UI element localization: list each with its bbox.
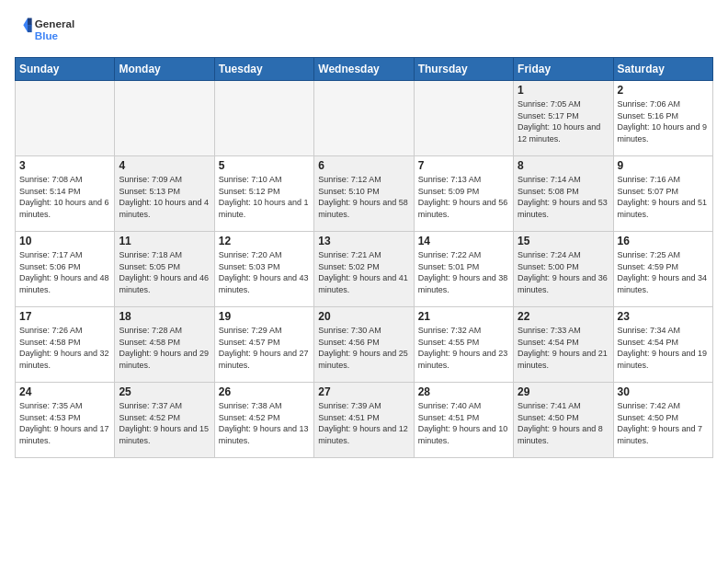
day-number: 11 xyxy=(119,235,210,247)
calendar-day-cell xyxy=(214,81,313,156)
svg-text:General: General xyxy=(35,17,74,29)
day-number: 6 xyxy=(318,159,409,172)
day-number: 25 xyxy=(119,385,210,398)
day-info: Sunrise: 7:29 AM Sunset: 4:57 PM Dayligh… xyxy=(219,325,310,371)
day-number: 14 xyxy=(418,235,509,247)
calendar-week-row: 10Sunrise: 7:17 AM Sunset: 5:06 PM Dayli… xyxy=(16,232,713,307)
calendar-day-cell: 3Sunrise: 7:08 AM Sunset: 5:14 PM Daylig… xyxy=(16,156,115,232)
day-info: Sunrise: 7:09 AM Sunset: 5:13 PM Dayligh… xyxy=(119,174,210,220)
page-container: General Blue SundayMondayTuesdayWednesda… xyxy=(0,0,728,465)
day-number: 10 xyxy=(19,235,110,247)
day-number: 13 xyxy=(318,235,409,247)
calendar-day-cell: 14Sunrise: 7:22 AM Sunset: 5:01 PM Dayli… xyxy=(414,232,513,307)
calendar-day-cell: 25Sunrise: 7:37 AM Sunset: 4:52 PM Dayli… xyxy=(115,383,214,458)
calendar-day-cell xyxy=(414,81,513,156)
day-info: Sunrise: 7:16 AM Sunset: 5:07 PM Dayligh… xyxy=(618,174,709,220)
day-info: Sunrise: 7:25 AM Sunset: 4:59 PM Dayligh… xyxy=(618,249,709,295)
day-number: 24 xyxy=(19,385,110,398)
day-number: 23 xyxy=(618,310,709,323)
calendar-day-cell: 11Sunrise: 7:18 AM Sunset: 5:05 PM Dayli… xyxy=(115,232,214,307)
day-info: Sunrise: 7:37 AM Sunset: 4:52 PM Dayligh… xyxy=(119,400,210,446)
calendar-day-cell: 4Sunrise: 7:09 AM Sunset: 5:13 PM Daylig… xyxy=(115,156,214,232)
day-number: 17 xyxy=(19,310,110,323)
calendar-day-cell: 9Sunrise: 7:16 AM Sunset: 5:07 PM Daylig… xyxy=(613,156,712,232)
calendar-day-cell: 7Sunrise: 7:13 AM Sunset: 5:09 PM Daylig… xyxy=(414,156,513,232)
day-info: Sunrise: 7:30 AM Sunset: 4:56 PM Dayligh… xyxy=(318,325,409,371)
day-number: 29 xyxy=(518,385,609,398)
day-info: Sunrise: 7:35 AM Sunset: 4:53 PM Dayligh… xyxy=(19,400,110,446)
svg-marker-3 xyxy=(28,18,32,26)
day-info: Sunrise: 7:22 AM Sunset: 5:01 PM Dayligh… xyxy=(418,249,509,295)
day-number: 22 xyxy=(518,310,609,323)
day-number: 1 xyxy=(518,84,609,97)
day-number: 4 xyxy=(119,159,210,172)
weekday-header: Saturday xyxy=(613,58,712,81)
calendar-day-cell: 6Sunrise: 7:12 AM Sunset: 5:10 PM Daylig… xyxy=(314,156,414,232)
calendar-day-cell: 30Sunrise: 7:42 AM Sunset: 4:50 PM Dayli… xyxy=(613,383,712,458)
svg-marker-4 xyxy=(28,25,32,32)
calendar-day-cell xyxy=(115,81,214,156)
day-number: 19 xyxy=(219,310,310,323)
weekday-header: Monday xyxy=(115,58,214,81)
day-number: 26 xyxy=(219,385,310,398)
header: General Blue xyxy=(15,11,713,48)
calendar-day-cell: 10Sunrise: 7:17 AM Sunset: 5:06 PM Dayli… xyxy=(16,232,115,307)
weekday-header: Friday xyxy=(514,58,613,81)
day-number: 5 xyxy=(219,159,310,172)
day-number: 21 xyxy=(418,310,509,323)
day-number: 15 xyxy=(518,235,609,247)
calendar-day-cell: 28Sunrise: 7:40 AM Sunset: 4:51 PM Dayli… xyxy=(414,383,513,458)
calendar-day-cell: 26Sunrise: 7:38 AM Sunset: 4:52 PM Dayli… xyxy=(214,383,313,458)
day-info: Sunrise: 7:41 AM Sunset: 4:50 PM Dayligh… xyxy=(518,400,609,446)
day-info: Sunrise: 7:13 AM Sunset: 5:09 PM Dayligh… xyxy=(418,174,509,220)
calendar-day-cell: 27Sunrise: 7:39 AM Sunset: 4:51 PM Dayli… xyxy=(314,383,414,458)
calendar-week-row: 3Sunrise: 7:08 AM Sunset: 5:14 PM Daylig… xyxy=(16,156,713,232)
weekday-header: Thursday xyxy=(414,58,513,81)
day-info: Sunrise: 7:26 AM Sunset: 4:58 PM Dayligh… xyxy=(19,325,110,371)
calendar-day-cell: 29Sunrise: 7:41 AM Sunset: 4:50 PM Dayli… xyxy=(514,383,613,458)
day-number: 28 xyxy=(418,385,509,398)
day-number: 8 xyxy=(518,159,609,172)
day-info: Sunrise: 7:08 AM Sunset: 5:14 PM Dayligh… xyxy=(19,174,110,220)
calendar-week-row: 24Sunrise: 7:35 AM Sunset: 4:53 PM Dayli… xyxy=(16,383,713,458)
day-info: Sunrise: 7:39 AM Sunset: 4:51 PM Dayligh… xyxy=(318,400,409,446)
calendar-week-row: 17Sunrise: 7:26 AM Sunset: 4:58 PM Dayli… xyxy=(16,307,713,383)
calendar-day-cell xyxy=(314,81,414,156)
day-info: Sunrise: 7:20 AM Sunset: 5:03 PM Dayligh… xyxy=(219,249,310,295)
calendar-day-cell: 23Sunrise: 7:34 AM Sunset: 4:54 PM Dayli… xyxy=(613,307,712,383)
calendar-header-row: SundayMondayTuesdayWednesdayThursdayFrid… xyxy=(16,58,713,81)
calendar-day-cell: 24Sunrise: 7:35 AM Sunset: 4:53 PM Dayli… xyxy=(16,383,115,458)
calendar-day-cell: 17Sunrise: 7:26 AM Sunset: 4:58 PM Dayli… xyxy=(16,307,115,383)
day-info: Sunrise: 7:24 AM Sunset: 5:00 PM Dayligh… xyxy=(518,249,609,295)
calendar-day-cell: 8Sunrise: 7:14 AM Sunset: 5:08 PM Daylig… xyxy=(514,156,613,232)
calendar-day-cell: 5Sunrise: 7:10 AM Sunset: 5:12 PM Daylig… xyxy=(214,156,313,232)
day-info: Sunrise: 7:05 AM Sunset: 5:17 PM Dayligh… xyxy=(518,98,609,144)
day-info: Sunrise: 7:42 AM Sunset: 4:50 PM Dayligh… xyxy=(618,400,709,446)
day-number: 7 xyxy=(418,159,509,172)
calendar-day-cell: 20Sunrise: 7:30 AM Sunset: 4:56 PM Dayli… xyxy=(314,307,414,383)
svg-text:Blue: Blue xyxy=(35,29,59,41)
day-info: Sunrise: 7:06 AM Sunset: 5:16 PM Dayligh… xyxy=(618,98,709,144)
calendar-day-cell: 18Sunrise: 7:28 AM Sunset: 4:58 PM Dayli… xyxy=(115,307,214,383)
logo: General Blue xyxy=(15,11,79,48)
day-number: 18 xyxy=(119,310,210,323)
day-info: Sunrise: 7:21 AM Sunset: 5:02 PM Dayligh… xyxy=(318,249,409,295)
calendar-day-cell: 15Sunrise: 7:24 AM Sunset: 5:00 PM Dayli… xyxy=(514,232,613,307)
weekday-header: Tuesday xyxy=(214,58,313,81)
day-info: Sunrise: 7:34 AM Sunset: 4:54 PM Dayligh… xyxy=(618,325,709,371)
day-number: 3 xyxy=(19,159,110,172)
day-number: 16 xyxy=(618,235,709,247)
day-info: Sunrise: 7:17 AM Sunset: 5:06 PM Dayligh… xyxy=(19,249,110,295)
calendar-day-cell: 19Sunrise: 7:29 AM Sunset: 4:57 PM Dayli… xyxy=(214,307,313,383)
day-number: 27 xyxy=(318,385,409,398)
day-info: Sunrise: 7:18 AM Sunset: 5:05 PM Dayligh… xyxy=(119,249,210,295)
day-info: Sunrise: 7:32 AM Sunset: 4:55 PM Dayligh… xyxy=(418,325,509,371)
calendar-day-cell: 1Sunrise: 7:05 AM Sunset: 5:17 PM Daylig… xyxy=(514,81,613,156)
calendar-day-cell: 12Sunrise: 7:20 AM Sunset: 5:03 PM Dayli… xyxy=(214,232,313,307)
day-info: Sunrise: 7:38 AM Sunset: 4:52 PM Dayligh… xyxy=(219,400,310,446)
calendar-day-cell: 13Sunrise: 7:21 AM Sunset: 5:02 PM Dayli… xyxy=(314,232,414,307)
day-info: Sunrise: 7:14 AM Sunset: 5:08 PM Dayligh… xyxy=(518,174,609,220)
calendar-day-cell: 22Sunrise: 7:33 AM Sunset: 4:54 PM Dayli… xyxy=(514,307,613,383)
day-number: 12 xyxy=(219,235,310,247)
calendar-table: SundayMondayTuesdayWednesdayThursdayFrid… xyxy=(15,57,713,458)
